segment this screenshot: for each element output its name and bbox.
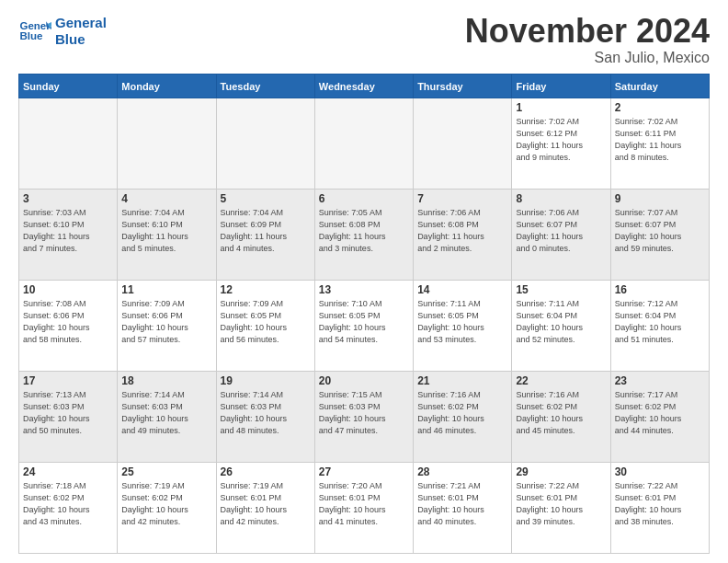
month-title: November 2024: [465, 15, 710, 48]
weekday-header-friday: Friday: [512, 75, 610, 98]
calendar-week-row: 17Sunrise: 7:13 AM Sunset: 6:03 PM Dayli…: [19, 372, 710, 463]
calendar-cell: [216, 98, 314, 190]
logo-general: General: [55, 15, 107, 31]
day-info: Sunrise: 7:04 AM Sunset: 6:10 PM Dayligh…: [121, 207, 211, 255]
calendar-cell: 2Sunrise: 7:02 AM Sunset: 6:11 PM Daylig…: [610, 98, 709, 190]
day-number: 3: [23, 192, 113, 205]
day-number: 24: [23, 465, 113, 478]
day-number: 18: [121, 374, 211, 387]
calendar-week-row: 24Sunrise: 7:18 AM Sunset: 6:02 PM Dayli…: [19, 463, 710, 554]
day-info: Sunrise: 7:03 AM Sunset: 6:10 PM Dayligh…: [23, 207, 113, 255]
calendar-week-row: 10Sunrise: 7:08 AM Sunset: 6:06 PM Dayli…: [19, 281, 710, 372]
day-number: 9: [615, 192, 705, 205]
day-number: 14: [417, 283, 507, 296]
calendar-cell: 3Sunrise: 7:03 AM Sunset: 6:10 PM Daylig…: [19, 190, 118, 281]
calendar-cell: 4Sunrise: 7:04 AM Sunset: 6:10 PM Daylig…: [118, 190, 216, 281]
weekday-header-saturday: Saturday: [610, 75, 709, 98]
day-number: 25: [121, 465, 211, 478]
calendar-table: SundayMondayTuesdayWednesdayThursdayFrid…: [18, 74, 710, 554]
calendar-cell: 9Sunrise: 7:07 AM Sunset: 6:07 PM Daylig…: [610, 190, 709, 281]
day-number: 27: [319, 465, 409, 478]
day-number: 20: [319, 374, 409, 387]
weekday-header-wednesday: Wednesday: [314, 75, 413, 98]
calendar-cell: 27Sunrise: 7:20 AM Sunset: 6:01 PM Dayli…: [314, 463, 413, 554]
day-number: 6: [319, 192, 409, 205]
day-info: Sunrise: 7:22 AM Sunset: 6:01 PM Dayligh…: [516, 480, 606, 528]
day-info: Sunrise: 7:22 AM Sunset: 6:01 PM Dayligh…: [615, 480, 705, 528]
calendar-cell: 5Sunrise: 7:04 AM Sunset: 6:09 PM Daylig…: [216, 190, 314, 281]
calendar-week-row: 1Sunrise: 7:02 AM Sunset: 6:12 PM Daylig…: [19, 98, 710, 190]
calendar-cell: 10Sunrise: 7:08 AM Sunset: 6:06 PM Dayli…: [19, 281, 118, 372]
svg-text:Blue: Blue: [19, 30, 43, 41]
weekday-header-tuesday: Tuesday: [216, 75, 314, 98]
calendar-cell: 24Sunrise: 7:18 AM Sunset: 6:02 PM Dayli…: [19, 463, 118, 554]
day-info: Sunrise: 7:06 AM Sunset: 6:07 PM Dayligh…: [516, 207, 606, 255]
logo-blue: Blue: [55, 31, 107, 48]
day-info: Sunrise: 7:06 AM Sunset: 6:08 PM Dayligh…: [417, 207, 507, 255]
calendar-cell: 30Sunrise: 7:22 AM Sunset: 6:01 PM Dayli…: [610, 463, 709, 554]
calendar-cell: 21Sunrise: 7:16 AM Sunset: 6:02 PM Dayli…: [414, 372, 512, 463]
day-number: 21: [417, 374, 507, 387]
calendar-cell: 11Sunrise: 7:09 AM Sunset: 6:06 PM Dayli…: [118, 281, 216, 372]
day-info: Sunrise: 7:10 AM Sunset: 6:05 PM Dayligh…: [319, 298, 409, 346]
calendar-cell: 1Sunrise: 7:02 AM Sunset: 6:12 PM Daylig…: [512, 98, 610, 190]
calendar-cell: 22Sunrise: 7:16 AM Sunset: 6:02 PM Dayli…: [512, 372, 610, 463]
calendar-cell: 12Sunrise: 7:09 AM Sunset: 6:05 PM Dayli…: [216, 281, 314, 372]
title-block: November 2024 San Julio, Mexico: [465, 15, 710, 66]
day-info: Sunrise: 7:02 AM Sunset: 6:11 PM Dayligh…: [615, 116, 705, 164]
header: General Blue General Blue November 2024 …: [18, 15, 710, 66]
day-info: Sunrise: 7:20 AM Sunset: 6:01 PM Dayligh…: [319, 480, 409, 528]
day-number: 13: [319, 283, 409, 296]
calendar-cell: 26Sunrise: 7:19 AM Sunset: 6:01 PM Dayli…: [216, 463, 314, 554]
calendar-cell: 25Sunrise: 7:19 AM Sunset: 6:02 PM Dayli…: [118, 463, 216, 554]
logo-icon: General Blue: [18, 15, 51, 48]
calendar-week-row: 3Sunrise: 7:03 AM Sunset: 6:10 PM Daylig…: [19, 190, 710, 281]
day-info: Sunrise: 7:09 AM Sunset: 6:06 PM Dayligh…: [121, 298, 211, 346]
day-number: 7: [417, 192, 507, 205]
calendar-cell: 16Sunrise: 7:12 AM Sunset: 6:04 PM Dayli…: [610, 281, 709, 372]
day-info: Sunrise: 7:08 AM Sunset: 6:06 PM Dayligh…: [23, 298, 113, 346]
day-info: Sunrise: 7:16 AM Sunset: 6:02 PM Dayligh…: [516, 389, 606, 437]
calendar-cell: [414, 98, 512, 190]
day-number: 8: [516, 192, 606, 205]
weekday-header-sunday: Sunday: [19, 75, 118, 98]
calendar-cell: [19, 98, 118, 190]
day-number: 10: [23, 283, 113, 296]
day-info: Sunrise: 7:19 AM Sunset: 6:01 PM Dayligh…: [221, 480, 311, 528]
calendar-cell: 6Sunrise: 7:05 AM Sunset: 6:08 PM Daylig…: [314, 190, 413, 281]
day-number: 4: [121, 192, 211, 205]
calendar-cell: 23Sunrise: 7:17 AM Sunset: 6:02 PM Dayli…: [610, 372, 709, 463]
day-info: Sunrise: 7:05 AM Sunset: 6:08 PM Dayligh…: [319, 207, 409, 255]
calendar-cell: 18Sunrise: 7:14 AM Sunset: 6:03 PM Dayli…: [118, 372, 216, 463]
calendar-cell: 29Sunrise: 7:22 AM Sunset: 6:01 PM Dayli…: [512, 463, 610, 554]
day-number: 1: [516, 101, 606, 114]
day-info: Sunrise: 7:17 AM Sunset: 6:02 PM Dayligh…: [615, 389, 705, 437]
day-number: 2: [615, 101, 705, 114]
day-number: 26: [221, 465, 311, 478]
day-info: Sunrise: 7:14 AM Sunset: 6:03 PM Dayligh…: [121, 389, 211, 437]
calendar-cell: 8Sunrise: 7:06 AM Sunset: 6:07 PM Daylig…: [512, 190, 610, 281]
day-info: Sunrise: 7:11 AM Sunset: 6:05 PM Dayligh…: [417, 298, 507, 346]
day-info: Sunrise: 7:15 AM Sunset: 6:03 PM Dayligh…: [319, 389, 409, 437]
day-info: Sunrise: 7:16 AM Sunset: 6:02 PM Dayligh…: [417, 389, 507, 437]
calendar-cell: [118, 98, 216, 190]
weekday-header-thursday: Thursday: [414, 75, 512, 98]
day-info: Sunrise: 7:14 AM Sunset: 6:03 PM Dayligh…: [221, 389, 311, 437]
day-info: Sunrise: 7:09 AM Sunset: 6:05 PM Dayligh…: [221, 298, 311, 346]
day-info: Sunrise: 7:21 AM Sunset: 6:01 PM Dayligh…: [417, 480, 507, 528]
location: San Julio, Mexico: [465, 50, 710, 66]
calendar-cell: 7Sunrise: 7:06 AM Sunset: 6:08 PM Daylig…: [414, 190, 512, 281]
logo: General Blue General Blue: [18, 15, 107, 48]
day-number: 5: [221, 192, 311, 205]
day-number: 12: [221, 283, 311, 296]
day-info: Sunrise: 7:11 AM Sunset: 6:04 PM Dayligh…: [516, 298, 606, 346]
day-info: Sunrise: 7:13 AM Sunset: 6:03 PM Dayligh…: [23, 389, 113, 437]
day-number: 29: [516, 465, 606, 478]
calendar-cell: 28Sunrise: 7:21 AM Sunset: 6:01 PM Dayli…: [414, 463, 512, 554]
day-number: 19: [221, 374, 311, 387]
calendar-cell: 20Sunrise: 7:15 AM Sunset: 6:03 PM Dayli…: [314, 372, 413, 463]
day-info: Sunrise: 7:19 AM Sunset: 6:02 PM Dayligh…: [121, 480, 211, 528]
weekday-header-monday: Monday: [118, 75, 216, 98]
calendar-cell: 19Sunrise: 7:14 AM Sunset: 6:03 PM Dayli…: [216, 372, 314, 463]
day-number: 23: [615, 374, 705, 387]
